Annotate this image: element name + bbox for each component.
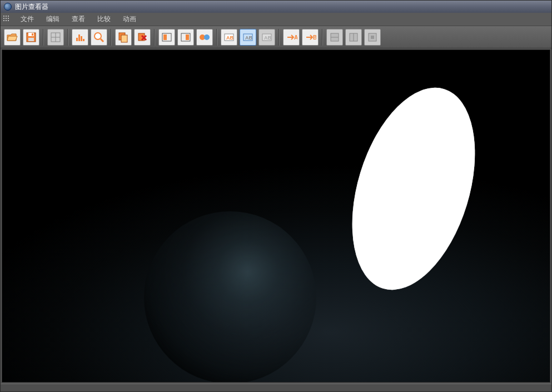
svg-text:AB: AB <box>245 35 252 41</box>
menu-edit[interactable]: 编辑 <box>41 13 65 26</box>
svg-rect-18 <box>81 36 82 41</box>
svg-rect-3 <box>3 18 4 19</box>
toolbar-separator <box>111 29 112 46</box>
copy-icon <box>117 31 130 43</box>
menu-compare[interactable]: 比较 <box>92 13 116 26</box>
svg-rect-28 <box>186 34 189 40</box>
ab-diff-button[interactable]: AB <box>258 29 275 46</box>
grid-icon <box>49 31 62 43</box>
svg-point-30 <box>204 34 210 40</box>
svg-rect-8 <box>8 20 9 21</box>
ab-compare-button[interactable]: AB <box>240 29 256 46</box>
menu-grip-icon <box>3 15 12 24</box>
svg-point-20 <box>95 33 101 39</box>
svg-rect-19 <box>83 39 84 41</box>
open-folder-icon <box>6 31 18 43</box>
app-icon <box>4 3 12 11</box>
svg-rect-12 <box>32 33 33 36</box>
svg-rect-5 <box>8 18 9 19</box>
image-viewport[interactable] <box>2 49 550 383</box>
filter-3-icon <box>366 31 379 43</box>
grid-button[interactable] <box>47 29 64 46</box>
svg-text:AB: AB <box>264 35 271 41</box>
picture-viewer-window: 图片查看器 文件 编辑 查看 比较 动画 AB AB AB A B <box>0 0 552 392</box>
copy-button[interactable] <box>115 29 132 46</box>
svg-text:A: A <box>294 34 297 41</box>
save-icon <box>25 31 37 43</box>
toolbar: AB AB AB A B <box>1 26 551 48</box>
filter2-button[interactable] <box>345 29 362 46</box>
toolbar-separator <box>322 29 323 46</box>
toolbar-separator <box>154 29 155 46</box>
render-sphere <box>144 211 316 383</box>
svg-rect-0 <box>3 16 4 17</box>
ab-label-icon: AB <box>223 31 235 43</box>
statusbar <box>1 384 551 391</box>
titlebar[interactable]: 图片查看器 <box>1 1 551 13</box>
single-view-a-icon <box>161 31 173 43</box>
svg-line-21 <box>101 39 103 42</box>
window-title: 图片查看器 <box>15 2 48 12</box>
save-button[interactable] <box>23 29 39 46</box>
open-button[interactable] <box>4 29 21 46</box>
svg-text:AB: AB <box>226 35 233 41</box>
toolbar-separator <box>216 29 217 46</box>
svg-rect-7 <box>6 20 7 21</box>
magnify-icon <box>93 31 105 43</box>
svg-rect-2 <box>8 16 9 17</box>
ab-label-button[interactable]: AB <box>221 29 237 46</box>
svg-text:B: B <box>313 34 316 41</box>
filter-2-icon <box>347 31 360 43</box>
delete-icon <box>136 31 148 43</box>
single-view-a-button[interactable] <box>158 29 175 46</box>
svg-rect-4 <box>6 18 7 19</box>
toolbar-separator <box>43 29 44 46</box>
zoom-button[interactable] <box>91 29 107 46</box>
filter3-button[interactable] <box>364 29 381 46</box>
ab-diff-icon: AB <box>261 31 273 43</box>
render-light-disc <box>330 73 498 305</box>
svg-rect-17 <box>78 34 80 41</box>
set-a-icon: A <box>285 31 297 43</box>
menu-view[interactable]: 查看 <box>66 13 91 26</box>
svg-rect-6 <box>3 20 4 21</box>
menubar: 文件 编辑 查看 比较 动画 <box>1 13 551 26</box>
set-a-button[interactable]: A <box>283 29 300 46</box>
svg-rect-26 <box>163 34 167 40</box>
toolbar-separator <box>279 29 280 46</box>
swap-ab-icon <box>198 31 211 43</box>
filter1-button[interactable] <box>326 29 343 46</box>
svg-rect-1 <box>6 16 7 17</box>
single-view-b-button[interactable] <box>177 29 194 46</box>
svg-rect-44 <box>371 36 374 39</box>
rendered-image <box>2 50 550 382</box>
svg-rect-16 <box>76 38 78 41</box>
set-b-icon: B <box>304 31 316 43</box>
histogram-icon <box>74 31 86 43</box>
menu-file[interactable]: 文件 <box>15 13 39 26</box>
ab-compare-icon: AB <box>242 31 254 43</box>
set-b-button[interactable]: B <box>302 29 319 46</box>
toolbar-separator <box>67 29 68 46</box>
delete-button[interactable] <box>134 29 151 46</box>
menu-animation[interactable]: 动画 <box>117 13 142 26</box>
histogram-button[interactable] <box>72 29 88 46</box>
svg-rect-11 <box>28 38 34 41</box>
svg-rect-23 <box>121 35 127 42</box>
swap-ab-button[interactable] <box>196 29 213 46</box>
single-view-b-icon <box>180 31 192 43</box>
filter-1-icon <box>329 31 341 43</box>
